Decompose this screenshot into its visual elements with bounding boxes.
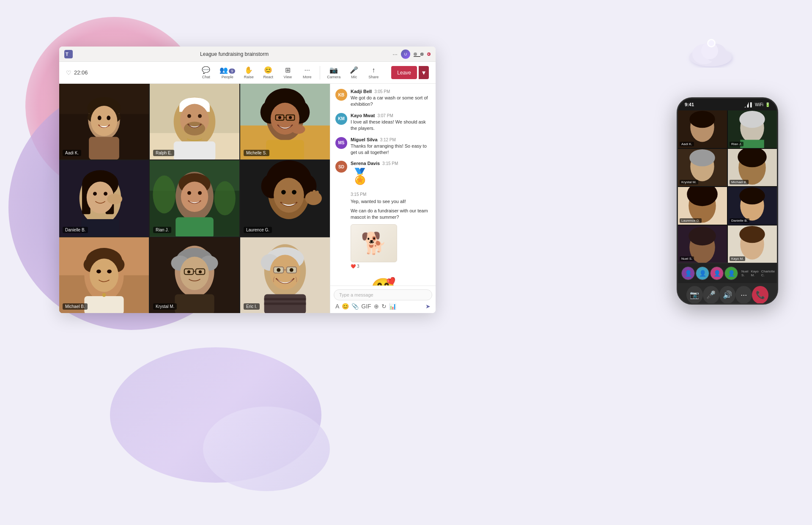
share-button[interactable]: ↑ Share	[364, 65, 383, 81]
phone-cell-4: Michael B.	[728, 149, 777, 187]
chat-message-3: MS Miguel Silva 3:12 PM Thanks for arran…	[335, 137, 431, 156]
svg-text:T: T	[66, 52, 69, 57]
close-button[interactable]: ✕	[427, 52, 431, 56]
format-icon[interactable]: A	[335, 303, 339, 310]
mini-avatar-nuel: 👤	[681, 267, 695, 280]
meeting-toolbar: ♡ 22:06 💬 Chat 👥9 People ✋ Raise 😊 React…	[59, 62, 436, 84]
teams-logo-icon: T	[64, 50, 73, 58]
svg-rect-40	[266, 140, 304, 160]
followup-messages: 3:15 PM Yep, wanted to see you all! We c…	[335, 192, 431, 268]
svg-point-81	[96, 269, 101, 273]
toolbar-left: ♡ 22:06	[66, 69, 88, 76]
sticker-icon[interactable]: ⊕	[374, 303, 379, 310]
svg-point-59	[187, 191, 191, 195]
svg-point-50	[107, 194, 122, 204]
leave-dropdown-button[interactable]: ▾	[419, 66, 429, 79]
svg-point-15	[107, 115, 110, 120]
video-face-6	[240, 160, 330, 236]
mic-button[interactable]: 🎤 Mic	[345, 64, 363, 81]
attach-icon[interactable]: 📎	[351, 303, 359, 310]
phone-speaker-button[interactable]: 🔊	[719, 286, 736, 303]
react-button[interactable]: 😊 React	[259, 64, 277, 81]
video-cell-aadi: Aadi K.	[59, 84, 149, 159]
phone-name-krystal: Krystal M.	[680, 180, 698, 184]
phone-cell-3: Krystal M.	[678, 149, 727, 187]
phone-name-laurence: Laurence G.	[680, 218, 702, 223]
video-face-5	[150, 160, 239, 236]
svg-rect-16	[89, 137, 119, 160]
phone-name-michael: Michael B.	[730, 180, 749, 184]
view-button[interactable]: ⊞ View	[278, 64, 297, 81]
phone-cell-1: Aadi K.	[678, 110, 727, 148]
svg-point-114	[689, 111, 715, 128]
wifi-icon: WiFi	[755, 102, 763, 107]
svg-point-130	[739, 187, 765, 204]
emoji-icon[interactable]: 😊	[342, 303, 349, 310]
svg-point-37	[278, 116, 281, 119]
people-button[interactable]: 👥9 People	[216, 64, 239, 81]
phone-small-avatars: 👤 👤 👤 👤	[681, 267, 738, 280]
msg-header-3: Miguel Silva 3:12 PM	[351, 137, 431, 142]
minimize-button[interactable]: —	[414, 52, 417, 56]
name-tag-ralph: Ralph E.	[153, 150, 174, 156]
svg-point-55	[214, 181, 236, 216]
toolbar-center: 💬 Chat 👥9 People ✋ Raise 😊 React ⊞ View …	[197, 64, 383, 81]
video-cell-michelle: Michelle S.	[240, 84, 330, 159]
phone-end-call-button[interactable]: 📞	[752, 286, 768, 303]
svg-point-14	[98, 115, 102, 120]
video-cell-krystal: Krystal M.	[150, 237, 239, 313]
leave-button[interactable]: Leave	[391, 66, 417, 79]
phone-time: 9:41	[685, 102, 694, 107]
chat-reaction: ❤️ 3	[351, 264, 431, 269]
phone-more-button[interactable]: ···	[735, 286, 752, 303]
svg-point-60	[198, 191, 202, 195]
name-tag-aadi: Aadi K.	[63, 150, 81, 156]
maximize-button[interactable]: □	[420, 52, 424, 56]
loop-icon[interactable]: ↻	[381, 303, 387, 310]
avatar-kayo: KM	[335, 113, 347, 125]
phone-bottom-avatars-row: 👤 👤 👤 👤 Nuel S. Kayo M. Charlotte C. Ser…	[678, 263, 777, 283]
svg-point-108	[290, 268, 294, 272]
chat-message-2: KM Kayo Mwat 3:07 PM I love all these id…	[335, 113, 431, 132]
video-face-3	[240, 84, 330, 159]
phone-name-rian: Rian J.	[730, 142, 743, 146]
svg-point-121	[689, 149, 715, 166]
cloud-decoration	[685, 34, 736, 68]
svg-point-69	[292, 190, 296, 195]
bg-blob-light	[203, 407, 330, 491]
svg-point-80	[90, 258, 118, 292]
gif-icon[interactable]: GIF	[361, 303, 371, 310]
svg-point-95	[187, 270, 190, 273]
phone-cell-7: Nuel S.	[678, 225, 727, 263]
message-input-placeholder[interactable]: Type a message	[334, 289, 432, 300]
avatar-kadji: KB	[335, 89, 347, 101]
phone-mic-button[interactable]: 🎤	[703, 286, 719, 303]
phone-screen: 9:41 ▌▌▌ WiFi 🔋 Aadi K.	[678, 99, 777, 303]
name-tag-danielle: Danielle B.	[63, 227, 88, 233]
raise-button[interactable]: ✋ Raise	[239, 64, 258, 81]
battery-icon: 🔋	[765, 102, 770, 107]
chat-button[interactable]: 💬 Chat	[197, 64, 215, 81]
avatar-miguel: MS	[335, 137, 347, 149]
phone-camera-button[interactable]: 📷	[686, 286, 703, 303]
video-cell-michael: Michael B.	[59, 237, 149, 313]
send-button[interactable]: ➤	[425, 303, 431, 310]
video-cell-rian: Rian J.	[150, 160, 239, 236]
chat-panel: KB Kadji Bell 3:05 PM We got do a car wa…	[330, 84, 436, 313]
video-cell-laurence: Laurence G.	[240, 160, 330, 236]
video-face-4	[59, 160, 149, 236]
svg-point-25	[198, 114, 202, 118]
chart-icon[interactable]: 📊	[389, 303, 396, 310]
video-face-1	[59, 84, 149, 159]
title-more-icon[interactable]: ···	[392, 51, 398, 58]
msg-content-2: Kayo Mwat 3:07 PM I love all these ideas…	[351, 113, 431, 132]
name-tag-laurence: Laurence G.	[244, 227, 272, 233]
svg-point-39	[291, 125, 305, 134]
svg-point-24	[187, 114, 191, 118]
camera-button[interactable]: 📷 Camera	[324, 64, 344, 81]
svg-point-67	[274, 178, 304, 213]
more-button[interactable]: ··· More	[298, 65, 316, 81]
mini-avatar-charlotte: 👤	[710, 267, 724, 280]
mini-avatar-serena: 👤	[724, 267, 738, 280]
svg-point-23	[184, 122, 205, 135]
